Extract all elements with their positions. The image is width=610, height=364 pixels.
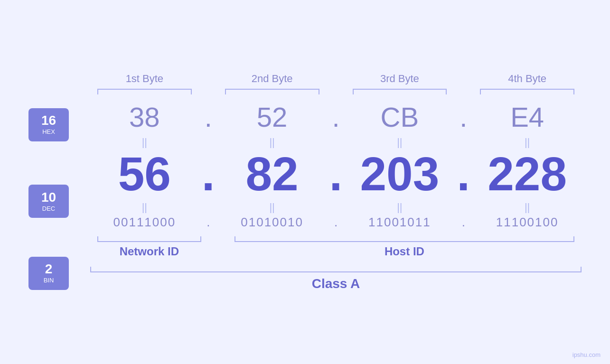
- watermark: ipshu.com: [572, 351, 601, 358]
- eq2-4: ||: [473, 202, 582, 213]
- hex-badge: 16 HEX: [28, 108, 69, 141]
- dec-byte-4: 228: [473, 150, 582, 197]
- top-bracket-3: [346, 89, 454, 97]
- byte-header-4: 4th Byte: [473, 73, 582, 85]
- eq2-3: ||: [346, 202, 454, 213]
- equals-row-1: || || || ||: [90, 137, 582, 148]
- byte-header-3: 3rd Byte: [346, 73, 454, 85]
- bin-byte-3: 11001011: [346, 215, 454, 230]
- values-area: 38 . 52 . CB . E4: [90, 102, 582, 291]
- dec-dot-1: .: [199, 150, 218, 197]
- dec-dot-3: .: [454, 150, 473, 197]
- eq2-2: ||: [218, 202, 327, 213]
- host-id-label: Host ID: [227, 245, 582, 258]
- bin-dot-3: .: [454, 215, 473, 230]
- hex-byte-2: 52: [218, 102, 327, 132]
- hex-row: 38 . 52 . CB . E4: [90, 102, 582, 132]
- base-labels: 16 HEX 10 DEC 2 BIN: [28, 102, 81, 291]
- host-bracket-container: [227, 233, 582, 242]
- hex-byte-1: 38: [90, 102, 199, 132]
- eq1-3: ||: [346, 137, 454, 148]
- eq1-1: ||: [90, 137, 199, 148]
- network-bracket: [90, 233, 208, 242]
- bin-byte-1: 00111000: [90, 215, 199, 230]
- bin-dot-2: .: [327, 215, 346, 230]
- top-bracket-2: [218, 89, 327, 97]
- hex-dot-2: .: [327, 102, 346, 132]
- hex-byte-4: E4: [473, 102, 582, 132]
- dec-byte-1: 56: [90, 150, 199, 197]
- top-bracket-1: [90, 89, 199, 97]
- dec-byte-3: 203: [346, 150, 454, 197]
- bin-dot-1: .: [199, 215, 218, 230]
- equals-row-2: || || || ||: [90, 202, 582, 213]
- eq1-2: ||: [218, 137, 327, 148]
- hex-number: 16: [41, 114, 56, 127]
- bin-number: 2: [45, 262, 53, 276]
- dec-name: DEC: [42, 205, 55, 212]
- dec-badge: 10 DEC: [28, 185, 69, 218]
- bin-badge: 2 BIN: [28, 257, 69, 290]
- dec-row: 56 . 82 . 203 . 228: [90, 150, 582, 197]
- byte-header-2: 2nd Byte: [218, 73, 327, 85]
- hex-dot-3: .: [454, 102, 473, 132]
- hex-byte-3: CB: [346, 102, 454, 132]
- dec-byte-2: 82: [218, 150, 327, 197]
- bin-name: BIN: [44, 277, 54, 284]
- hex-name: HEX: [42, 128, 55, 135]
- dec-number: 10: [41, 191, 56, 204]
- eq2-1: ||: [90, 202, 199, 213]
- eq1-4: ||: [473, 137, 582, 148]
- content-grid: 16 HEX 10 DEC 2 BIN: [28, 102, 582, 291]
- dec-dot-2: .: [327, 150, 346, 197]
- hex-dot-1: .: [199, 102, 218, 132]
- byte-header-1: 1st Byte: [90, 73, 199, 85]
- class-bracket: [90, 264, 582, 272]
- main-container: 1st Byte 2nd Byte 3rd Byte 4th Byte: [0, 0, 610, 364]
- top-bracket-4: [473, 89, 582, 97]
- bin-byte-4: 11100100: [473, 215, 582, 230]
- class-label: Class A: [90, 276, 582, 291]
- bin-row: 00111000 . 01010010 . 11001011 .: [90, 215, 582, 230]
- network-id-label: Network ID: [90, 245, 208, 258]
- bin-byte-2: 01010010: [218, 215, 327, 230]
